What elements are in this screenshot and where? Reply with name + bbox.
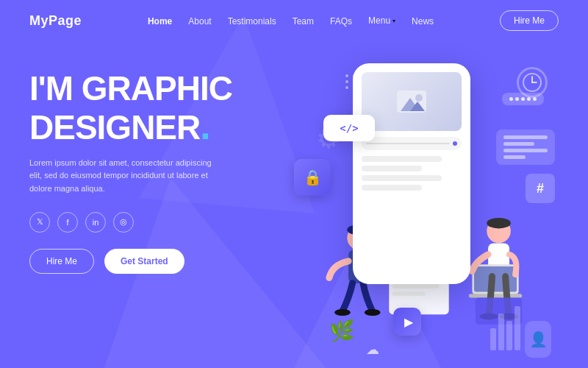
- nav-item-menu[interactable]: Menu ▾: [368, 15, 395, 26]
- nav-item-news[interactable]: News: [412, 14, 434, 27]
- nav-item-home[interactable]: Home: [148, 14, 172, 27]
- phone-content-lines: [362, 156, 462, 191]
- svg-point-13: [487, 218, 511, 228]
- nav-links: Home About Testimonials Team FAQs Menu ▾…: [148, 14, 434, 27]
- nav-logo: MyPage: [29, 13, 82, 29]
- phone-search-bar: [362, 137, 462, 150]
- plant-icon: 🌿: [329, 319, 355, 343]
- hash-icon: #: [537, 181, 544, 197]
- lock-icon: 🔒: [304, 169, 322, 186]
- navbar: MyPage Home About Testimonials Team FAQs…: [0, 0, 588, 41]
- code-card: </>: [323, 115, 375, 141]
- social-icons: 𝕏 f in ◎: [29, 212, 279, 233]
- person-icon: 👤: [529, 330, 548, 348]
- hire-me-button[interactable]: Hire Me: [29, 249, 94, 274]
- nav-item-testimonials[interactable]: Testimonials: [228, 14, 276, 27]
- info-lines: [503, 135, 548, 159]
- hero-subtitle: Lorem ipsum dolor sit amet, consectetur …: [29, 157, 220, 196]
- svg-point-4: [415, 94, 423, 102]
- svg-point-10: [365, 309, 381, 316]
- nav-item-about[interactable]: About: [188, 14, 211, 27]
- illustration-area: ⚙: [279, 56, 559, 368]
- cta-buttons: Hire Me Get Started: [29, 249, 279, 274]
- play-button-card[interactable]: ▶: [393, 308, 421, 336]
- svg-rect-16: [474, 266, 517, 291]
- svg-rect-25: [392, 284, 439, 288]
- nav-item-faqs[interactable]: FAQs: [330, 14, 352, 27]
- cloud-icon: ☁: [366, 342, 379, 358]
- svg-rect-17: [469, 294, 522, 297]
- instagram-icon[interactable]: ◎: [113, 212, 134, 233]
- chevron-down-icon: ▾: [392, 18, 395, 24]
- chat-bubble: [502, 93, 544, 105]
- nav-item-team[interactable]: Team: [293, 14, 314, 27]
- hero-dot: .: [200, 105, 209, 147]
- nav-hire-button[interactable]: Hire Me: [500, 10, 559, 31]
- avatar-card: 👤: [525, 321, 551, 358]
- lock-card: 🔒: [294, 159, 331, 196]
- code-tag-icon: </>: [340, 122, 358, 134]
- hash-card: #: [526, 174, 555, 203]
- linkedin-icon[interactable]: in: [85, 212, 106, 233]
- phone-mockup: [353, 63, 470, 284]
- chart-bars: [490, 306, 520, 350]
- get-started-button[interactable]: Get Started: [104, 249, 184, 274]
- phone-image: [362, 72, 462, 131]
- chat-dots: [509, 97, 537, 101]
- hero-title: I'M GRAPHIC DESIGNER.: [29, 71, 279, 146]
- play-icon: ▶: [404, 315, 413, 329]
- twitter-icon[interactable]: 𝕏: [29, 212, 50, 233]
- svg-rect-26: [392, 291, 426, 295]
- hero-left: I'M GRAPHIC DESIGNER. Lorem ipsum dolor …: [29, 56, 279, 274]
- main-content: I'M GRAPHIC DESIGNER. Lorem ipsum dolor …: [0, 41, 588, 365]
- svg-point-9: [334, 309, 351, 316]
- info-card: [496, 130, 555, 165]
- facebook-icon[interactable]: f: [57, 212, 78, 233]
